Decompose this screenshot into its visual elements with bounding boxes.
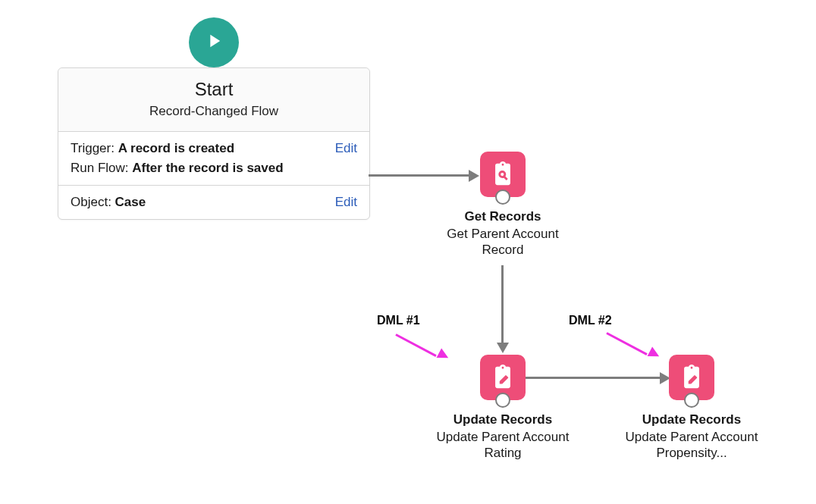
object-value: Case <box>115 195 146 209</box>
connector-get-to-upd1 <box>501 265 504 345</box>
out-port[interactable] <box>495 393 510 408</box>
edit-trigger-link[interactable]: Edit <box>335 141 357 156</box>
annotation-dml1-label: DML #1 <box>377 314 420 327</box>
node-update-records-1[interactable]: Update Records Update Parent Account Rat… <box>427 355 579 462</box>
trigger-label: Trigger: <box>71 141 118 155</box>
clipboard-search-icon <box>480 152 526 197</box>
annotation-dml1-arrow <box>396 333 441 336</box>
node-title: Update Records <box>616 412 767 427</box>
edit-object-link[interactable]: Edit <box>335 195 357 210</box>
start-title: Start <box>66 79 362 101</box>
node-subtitle: Update Parent Account Propensity... <box>616 429 767 462</box>
start-object-row: Object: Case Edit <box>58 186 369 219</box>
arrow-get-to-upd1 <box>497 343 509 353</box>
clipboard-edit-icon <box>669 355 714 400</box>
node-subtitle: Get Parent Account Record <box>427 226 579 258</box>
start-badge[interactable] <box>189 17 239 67</box>
runflow-label: Run Flow: <box>71 161 132 175</box>
start-header: Start Record-Changed Flow <box>58 68 369 132</box>
node-title: Update Records <box>427 412 579 427</box>
start-subtitle: Record-Changed Flow <box>66 104 362 119</box>
flow-canvas: Start Record-Changed Flow Trigger: A rec… <box>0 0 816 504</box>
object-label: Object: <box>71 195 115 209</box>
runflow-value: After the record is saved <box>132 161 283 175</box>
start-card[interactable]: Start Record-Changed Flow Trigger: A rec… <box>58 67 370 220</box>
node-subtitle: Update Parent Account Rating <box>427 429 579 462</box>
node-get-records[interactable]: Get Records Get Parent Account Record <box>427 152 579 258</box>
out-port[interactable] <box>684 393 699 408</box>
annotation-dml2-label: DML #2 <box>569 314 612 327</box>
trigger-value: A record is created <box>118 141 234 155</box>
play-icon <box>203 30 224 55</box>
node-title: Get Records <box>427 209 579 224</box>
annotation-dml2-arrow <box>607 332 652 334</box>
start-trigger-row: Trigger: A record is created Run Flow: A… <box>58 132 369 186</box>
node-update-records-2[interactable]: Update Records Update Parent Account Pro… <box>616 355 767 462</box>
clipboard-edit-icon <box>480 355 526 400</box>
out-port[interactable] <box>495 189 510 205</box>
